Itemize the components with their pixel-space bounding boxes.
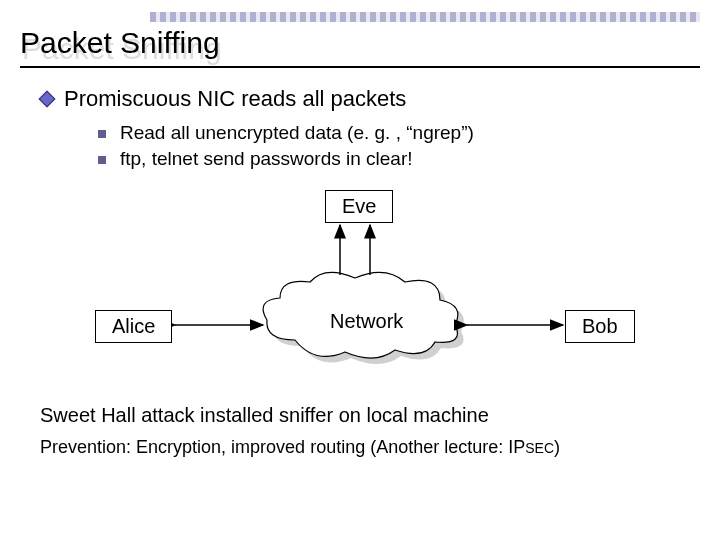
- node-eve: Eve: [325, 190, 393, 223]
- bullet-level2-a-text: Read all unencrypted data (e. g. , “ngre…: [120, 122, 474, 144]
- footer2-post: ): [554, 437, 560, 457]
- footer-line-2: Prevention: Encryption, improved routing…: [40, 437, 720, 458]
- node-alice: Alice: [95, 310, 172, 343]
- bullet-level2-b-text: ftp, telnet send passwords in clear!: [120, 148, 413, 170]
- bullet-level1: Promiscuous NIC reads all packets: [40, 86, 690, 112]
- bullet-level2-a: Read all unencrypted data (e. g. , “ngre…: [98, 122, 690, 144]
- content-area: Promiscuous NIC reads all packets Read a…: [0, 68, 720, 390]
- square-bullet-icon: [98, 130, 106, 138]
- network-diagram: Eve Alice Bob Network: [45, 190, 685, 390]
- square-bullet-icon: [98, 156, 106, 164]
- decorative-top-bar: [150, 12, 700, 22]
- bullet-level2-b: ftp, telnet send passwords in clear!: [98, 148, 690, 170]
- footer2-smallcaps: SEC: [525, 440, 554, 456]
- diamond-icon: [40, 92, 54, 106]
- bullet-level1-text: Promiscuous NIC reads all packets: [64, 86, 406, 112]
- footer-line-1: Sweet Hall attack installed sniffer on l…: [40, 404, 720, 427]
- node-bob: Bob: [565, 310, 635, 343]
- node-network-label: Network: [330, 310, 403, 333]
- footer2-pre: Prevention: Encryption, improved routing…: [40, 437, 525, 457]
- slide-title: Packet Sniffing: [20, 26, 720, 66]
